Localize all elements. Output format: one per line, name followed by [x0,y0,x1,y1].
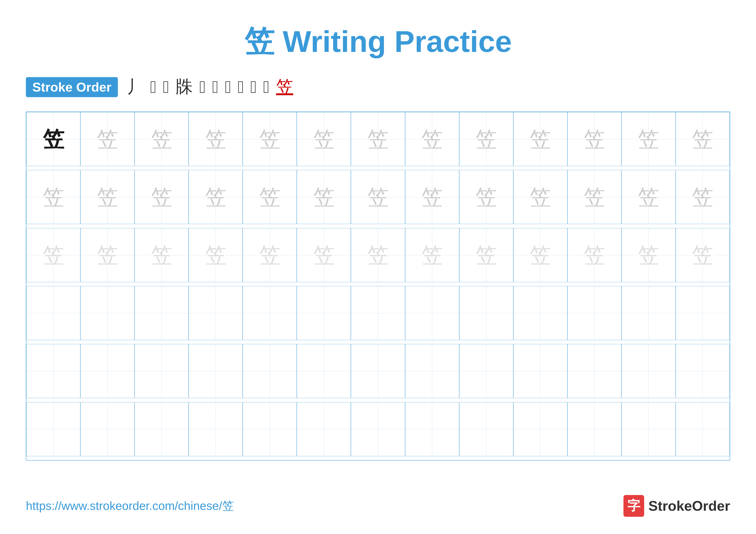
grid-cell[interactable] [243,286,297,340]
grid-cell[interactable]: 笠 [26,112,80,166]
grid-cell[interactable] [351,344,405,398]
guide-character: 笠 [151,244,173,266]
grid-cell[interactable] [134,402,189,456]
grid-cell[interactable] [676,402,730,456]
grid-cell[interactable] [405,344,459,398]
guide-character: 笠 [692,128,713,150]
grid-cell[interactable]: 笠 [134,228,189,282]
grid-cell[interactable]: 笠 [351,112,405,166]
grid-cell[interactable] [459,402,513,456]
guide-character: 笠 [205,128,227,150]
stroke-9: 𥫛 [251,77,257,97]
grid-cell[interactable] [405,402,459,456]
guide-character: 笠 [529,128,551,150]
grid-cell[interactable]: 笠 [134,170,189,224]
footer-url[interactable]: https://www.strokeorder.com/chinese/笠 [26,498,234,514]
grid-cell[interactable]: 笠 [297,228,351,282]
grid-cell[interactable]: 笠 [405,170,459,224]
grid-cell[interactable]: 笠 [134,112,189,166]
grid-cell[interactable]: 笠 [243,170,297,224]
stroke-order-badge: Stroke Order [26,77,118,97]
grid-cell[interactable] [26,286,80,340]
guide-character: 笠 [97,128,118,150]
grid-cell[interactable] [297,344,351,398]
grid-cell[interactable]: 笠 [513,170,567,224]
grid-cell[interactable] [622,344,676,398]
grid-cell[interactable] [243,344,297,398]
grid-cell[interactable]: 笠 [567,228,622,282]
grid-cell[interactable]: 笠 [80,170,134,224]
grid-cell[interactable] [243,402,297,456]
guide-character: 笠 [475,186,497,208]
grid-cell[interactable] [297,286,351,340]
grid-cell[interactable]: 笠 [80,112,134,166]
guide-character: 笠 [529,244,551,266]
grid-cell[interactable]: 笠 [622,228,676,282]
grid-cell[interactable] [622,402,676,456]
grid-cell[interactable]: 笠 [351,170,405,224]
grid-cell[interactable]: 笠 [622,170,676,224]
grid-cell[interactable] [513,402,567,456]
stroke-sequence: 丿 𠃌 𠃎 㸡 𥫗 𥫘 𥫙 𥫚 𥫛 𥫜 笠 [126,75,293,99]
grid-cell[interactable] [405,286,459,340]
footer: https://www.strokeorder.com/chinese/笠 字 … [26,495,730,517]
grid-cell[interactable] [567,402,622,456]
grid-cell[interactable] [297,402,351,456]
grid-cell[interactable] [459,286,513,340]
guide-character: 笠 [43,244,64,266]
grid-cell[interactable] [676,286,730,340]
grid-cell[interactable]: 笠 [513,112,567,166]
stroke-10: 𥫜 [263,77,269,97]
guide-character: 笠 [151,186,173,208]
grid-cell[interactable] [351,286,405,340]
grid-cell[interactable]: 笠 [297,170,351,224]
grid-cell[interactable]: 笠 [676,112,730,166]
grid-cell[interactable] [459,344,513,398]
guide-character: 笠 [97,186,118,208]
grid-cell[interactable]: 笠 [513,228,567,282]
grid-cell[interactable]: 笠 [243,228,297,282]
grid-cell[interactable]: 笠 [622,112,676,166]
grid-cell[interactable] [189,344,243,398]
grid-cell[interactable]: 笠 [189,228,243,282]
grid-cell[interactable] [26,344,80,398]
grid-cell[interactable]: 笠 [405,228,459,282]
grid-cell[interactable] [567,344,622,398]
guide-character: 笠 [475,128,497,150]
grid-cell[interactable]: 笠 [676,228,730,282]
grid-cell[interactable] [622,286,676,340]
grid-cell[interactable]: 笠 [351,228,405,282]
grid-cell[interactable] [26,402,80,456]
grid-cell[interactable]: 笠 [459,112,513,166]
grid-cell[interactable]: 笠 [80,228,134,282]
grid-cell[interactable] [189,402,243,456]
stroke-11: 笠 [276,75,293,99]
grid-cell[interactable] [513,344,567,398]
grid-cell[interactable]: 笠 [189,112,243,166]
grid-cell[interactable]: 笠 [405,112,459,166]
grid-cell[interactable]: 笠 [567,112,622,166]
grid-cell[interactable] [189,286,243,340]
grid-cell[interactable]: 笠 [567,170,622,224]
grid-cell[interactable] [676,344,730,398]
grid-cell[interactable] [513,286,567,340]
guide-character: 笠 [205,244,227,266]
grid-cell[interactable] [134,286,189,340]
grid-cell[interactable] [351,402,405,456]
grid-cell[interactable]: 笠 [297,112,351,166]
grid-cell[interactable]: 笠 [459,228,513,282]
guide-character: 笠 [421,128,443,150]
stroke-4: 㸡 [176,75,193,99]
grid-cell[interactable]: 笠 [243,112,297,166]
grid-cell[interactable]: 笠 [676,170,730,224]
grid-cell[interactable] [134,344,189,398]
grid-cell[interactable] [80,286,134,340]
grid-cell[interactable]: 笠 [26,170,80,224]
stroke-8: 𥫚 [238,77,244,97]
grid-cell[interactable] [567,286,622,340]
grid-cell[interactable] [80,402,134,456]
grid-cell[interactable]: 笠 [459,170,513,224]
grid-cell[interactable] [80,344,134,398]
grid-cell[interactable]: 笠 [189,170,243,224]
grid-cell[interactable]: 笠 [26,228,80,282]
